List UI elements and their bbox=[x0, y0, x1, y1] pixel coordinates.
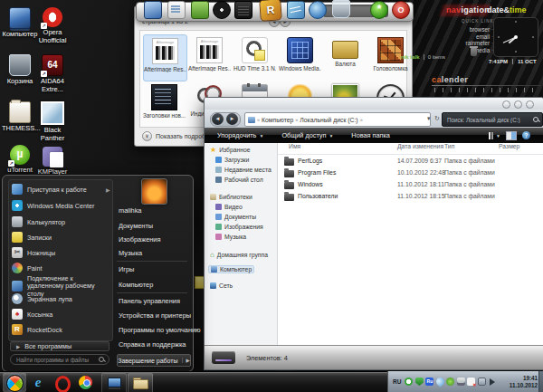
sidebar-network[interactable]: Сеть bbox=[210, 282, 233, 289]
file-row-perflogs[interactable]: PerfLogs 14.07.2009 6:37 Папка с файлами bbox=[278, 156, 543, 167]
green-tray-icon[interactable] bbox=[446, 378, 454, 386]
close-button[interactable] bbox=[526, 100, 534, 109]
dock-power-icon[interactable]: O bbox=[392, 1, 410, 19]
all-programs-button[interactable]: ▶ Все программы bbox=[10, 341, 110, 351]
start-item-pictures[interactable]: Изображения bbox=[119, 235, 160, 244]
start-item-help-support[interactable]: Справка и поддержка bbox=[119, 340, 186, 349]
breadcrumb-computer[interactable]: Компьютер bbox=[262, 117, 293, 123]
sidebar-homegroup[interactable]: ⌂ Домашняя группа bbox=[210, 251, 268, 259]
language-indicator[interactable]: RU bbox=[393, 378, 401, 385]
explorer-search-input[interactable] bbox=[445, 116, 533, 124]
explorer-titlebar[interactable] bbox=[205, 98, 543, 110]
gadget-hud-time[interactable]: HUD Time 3.1 N... bbox=[233, 34, 276, 80]
column-header-size[interactable]: Размер bbox=[499, 143, 519, 149]
sidebar-pictures[interactable]: Изображения bbox=[215, 224, 263, 230]
breadcrumb-local-disk-c[interactable]: Локальный диск (C:) bbox=[300, 117, 357, 123]
column-header-name[interactable]: Имя bbox=[289, 143, 300, 149]
dock-box-icon[interactable] bbox=[234, 1, 252, 19]
organize-button[interactable]: Упорядочить▼ bbox=[217, 131, 263, 139]
menu-item-snipping-tool[interactable]: Ножницы bbox=[12, 247, 106, 258]
network-tray-icon[interactable] bbox=[457, 378, 465, 386]
column-header-type[interactable]: Тип bbox=[444, 143, 454, 149]
menu-item-solitaire[interactable]: Косынка bbox=[12, 309, 106, 320]
file-row-users[interactable]: Пользователи 11.10.2012 18:15 Папка с фа… bbox=[278, 191, 543, 203]
display-tray-icon[interactable] bbox=[478, 378, 486, 386]
refresh-icon[interactable]: ↻ bbox=[434, 115, 440, 122]
dock-map-icon[interactable] bbox=[287, 1, 305, 19]
explorer-search-box[interactable] bbox=[442, 112, 543, 127]
link-browser[interactable]: browser bbox=[439, 26, 493, 33]
menu-item-calculator[interactable]: Калькулятор bbox=[12, 216, 106, 227]
dock-rocketdock-icon[interactable]: R bbox=[259, 0, 282, 22]
desktop-icon-recycle-bin[interactable]: Корзина bbox=[2, 54, 38, 86]
dock-documents-icon[interactable] bbox=[167, 1, 186, 19]
dock-music-icon[interactable] bbox=[213, 1, 231, 19]
user-avatar[interactable] bbox=[141, 178, 167, 205]
back-button[interactable]: ◄ bbox=[212, 113, 224, 125]
punto-switcher-tray-icon[interactable]: Ru bbox=[425, 378, 433, 386]
taskbar-chrome[interactable] bbox=[77, 373, 95, 392]
address-bar[interactable]: » Компьютер » Локальный диск (C:) » bbox=[244, 112, 431, 127]
drop-tray-icon[interactable] bbox=[434, 376, 446, 387]
file-row-windows[interactable]: Windows 11.10.2012 18:11 Папка с файлами bbox=[278, 179, 543, 191]
show-desktop-button[interactable] bbox=[538, 371, 543, 392]
desktop-icon-aida64[interactable]: 64 AIDA64 Extre... bbox=[34, 54, 71, 93]
start-item-documents[interactable]: Документы bbox=[119, 222, 153, 230]
start-item-music[interactable]: Музыка bbox=[119, 249, 142, 257]
user-name[interactable]: malihka bbox=[119, 206, 141, 215]
start-item-control-panel[interactable]: Панель управления bbox=[119, 297, 180, 305]
gadget-afterimage-1[interactable]: Afterimage Res... bbox=[143, 34, 187, 81]
taskbar-explorer[interactable] bbox=[128, 373, 153, 392]
sidebar-favorites[interactable]: ★ Избранное bbox=[210, 147, 251, 153]
desktop-icon-computer[interactable]: Компьютер bbox=[2, 7, 38, 39]
forward-button[interactable]: ► bbox=[226, 113, 238, 125]
new-folder-button[interactable]: Новая папка bbox=[351, 131, 390, 139]
trash-icon[interactable] bbox=[471, 48, 477, 56]
sidebar-video[interactable]: Видео bbox=[215, 204, 243, 210]
start-item-computer[interactable]: Компьютер bbox=[119, 281, 153, 289]
start-item-devices-printers[interactable]: Устройства и принтеры bbox=[119, 311, 191, 320]
link-media[interactable]: media bbox=[439, 47, 493, 54]
help-icon[interactable]: ? bbox=[522, 131, 530, 139]
menu-item-magnifier[interactable]: Экранная лупа bbox=[12, 293, 106, 304]
antivirus-tray-icon[interactable] bbox=[415, 378, 424, 386]
dock-settings-icon[interactable]: * bbox=[370, 1, 388, 19]
taskbar-ie[interactable]: e bbox=[29, 373, 47, 392]
taskbar-media-center[interactable] bbox=[101, 373, 127, 392]
gadget-afterimage-2[interactable]: AfterImage Res... bbox=[188, 34, 231, 80]
utorrent-tray-icon[interactable] bbox=[405, 378, 413, 386]
gadget-windows-media[interactable]: Windows Media... bbox=[279, 34, 321, 80]
action-center-tray-icon[interactable] bbox=[467, 378, 475, 386]
menu-item-rocketdock[interactable]: R RocketDock bbox=[12, 324, 106, 335]
gadget-news-headlines[interactable]: Заголовки нов... bbox=[143, 81, 186, 127]
menu-item-sticky-notes[interactable]: Записки bbox=[12, 232, 106, 243]
link-rainmeter[interactable]: rainmeter bbox=[439, 40, 493, 47]
file-row-program-files[interactable]: Program Files 10.10.2012 22:48 Папка с ф… bbox=[278, 167, 543, 179]
list-view-icon[interactable] bbox=[489, 132, 491, 139]
desktop-icon-themess[interactable]: THEMESS... bbox=[2, 101, 38, 133]
minimize-button[interactable] bbox=[502, 100, 510, 109]
start-item-games[interactable]: Игры bbox=[119, 265, 134, 273]
sidebar-computer[interactable]: Компьютер bbox=[208, 265, 254, 273]
menu-item-media-center[interactable]: Windows Media Center bbox=[12, 200, 106, 211]
caret-down-icon[interactable]: ▼ bbox=[496, 133, 500, 139]
column-header-date[interactable]: Дата изменения bbox=[397, 143, 443, 149]
maximize-button[interactable] bbox=[514, 100, 522, 109]
desktop-icon-utorrent[interactable]: µ uTorrent bbox=[2, 145, 38, 175]
shutdown-button[interactable]: Завершение работы ▶ bbox=[117, 354, 191, 367]
dock-folder-icon[interactable] bbox=[191, 1, 209, 19]
share-button[interactable]: Общий доступ▼ bbox=[281, 131, 333, 139]
sidebar-music[interactable]: Музыка bbox=[215, 234, 246, 240]
volume-tray-icon[interactable] bbox=[488, 378, 496, 386]
menu-item-getting-started[interactable]: Приступая к работе ▶ bbox=[12, 184, 106, 195]
start-search-box[interactable] bbox=[10, 354, 110, 365]
change-view-icon[interactable] bbox=[506, 131, 517, 140]
desktop-icon-black-panther[interactable]: Black Panther bbox=[34, 101, 71, 142]
start-search-input[interactable] bbox=[14, 356, 96, 364]
sidebar-recent-places[interactable]: Недавние места bbox=[215, 167, 272, 173]
sidebar-downloads[interactable]: Загрузки bbox=[215, 157, 249, 163]
clock[interactable]: 19:41 11.10.2012 bbox=[510, 375, 538, 389]
dock-recycle-bin-icon[interactable] bbox=[332, 0, 350, 18]
dock-network-icon[interactable] bbox=[309, 1, 327, 19]
start-button[interactable] bbox=[3, 373, 26, 392]
